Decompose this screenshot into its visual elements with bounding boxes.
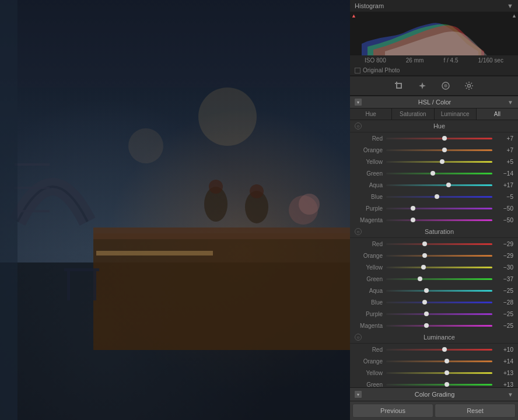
slider-track-wrap-hue-sliders-6[interactable] xyxy=(386,205,492,212)
slider-thumb-hue-sliders-4[interactable] xyxy=(446,183,451,187)
slider-label-luminance-sliders-2: Yellow xyxy=(355,370,383,376)
saturation-sliders: Red−29Orange−29Yellow−30Green−37Aqua−25B… xyxy=(350,238,518,331)
slider-track-wrap-luminance-sliders-1[interactable] xyxy=(386,358,492,365)
slider-track-wrap-hue-sliders-5[interactable] xyxy=(386,193,492,200)
slider-thumb-saturation-sliders-7[interactable] xyxy=(424,323,429,328)
slider-value-saturation-sliders-7: −25 xyxy=(496,323,513,329)
slider-track-wrap-saturation-sliders-2[interactable] xyxy=(386,264,492,271)
color-grading-icon[interactable]: ▼ xyxy=(355,391,362,398)
histogram-svg xyxy=(350,12,518,55)
tab-hue[interactable]: Hue xyxy=(350,108,392,120)
slider-value-luminance-sliders-3: +13 xyxy=(496,382,513,388)
slider-thumb-hue-sliders-3[interactable] xyxy=(430,171,435,176)
svg-rect-20 xyxy=(396,82,397,88)
hue-toggle[interactable]: ○ xyxy=(355,123,362,130)
iso-value: ISO 800 xyxy=(365,57,386,64)
slider-label-saturation-sliders-1: Orange xyxy=(355,253,383,259)
slider-label-saturation-sliders-5: Blue xyxy=(355,299,383,306)
tab-saturation[interactable]: Saturation xyxy=(392,108,434,120)
crop-tool-icon[interactable] xyxy=(393,80,405,92)
metadata-bar: ISO 800 26 mm f / 4.5 1/160 sec xyxy=(350,55,518,65)
slider-track-wrap-hue-sliders-4[interactable] xyxy=(386,181,492,188)
slider-thumb-luminance-sliders-3[interactable] xyxy=(444,382,449,387)
mask-tool-icon[interactable] xyxy=(440,80,452,92)
luminance-header: ○ Luminance xyxy=(350,331,518,344)
slider-thumb-hue-sliders-6[interactable] xyxy=(411,206,415,211)
slider-track-wrap-hue-sliders-7[interactable] xyxy=(386,216,492,223)
slider-row-hue-sliders-1: Orange+7 xyxy=(350,144,518,156)
slider-track-wrap-saturation-sliders-5[interactable] xyxy=(386,299,492,306)
slider-value-saturation-sliders-0: −29 xyxy=(496,241,513,247)
saturation-toggle[interactable]: ○ xyxy=(355,228,362,235)
slider-track-wrap-saturation-sliders-3[interactable] xyxy=(386,275,492,282)
slider-thumb-hue-sliders-2[interactable] xyxy=(440,159,444,164)
slider-track-wrap-saturation-sliders-6[interactable] xyxy=(386,310,492,317)
slider-track-wrap-hue-sliders-2[interactable] xyxy=(386,158,492,165)
slider-row-luminance-sliders-3: Green+13 xyxy=(350,379,518,387)
original-photo-row[interactable]: Original Photo xyxy=(350,65,518,75)
slider-thumb-saturation-sliders-1[interactable] xyxy=(422,253,427,258)
hsl-collapse-icon[interactable]: ▼ xyxy=(355,99,362,106)
tab-all[interactable]: All xyxy=(477,108,518,120)
luminance-subsection: ○ Luminance Red+10Orange+14Yellow+13Gree… xyxy=(350,331,518,387)
slider-thumb-hue-sliders-0[interactable] xyxy=(442,136,447,141)
slider-thumb-saturation-sliders-5[interactable] xyxy=(422,300,427,304)
saturation-title: Saturation xyxy=(365,228,513,235)
slider-track-wrap-saturation-sliders-7[interactable] xyxy=(386,322,492,329)
slider-value-hue-sliders-6: −50 xyxy=(496,205,513,212)
slider-thumb-saturation-sliders-6[interactable] xyxy=(424,312,429,316)
luminance-title: Luminance xyxy=(365,334,513,341)
slider-track-wrap-saturation-sliders-0[interactable] xyxy=(386,240,492,247)
slider-thumb-hue-sliders-7[interactable] xyxy=(411,218,415,222)
svg-rect-7 xyxy=(15,163,50,166)
slider-thumb-luminance-sliders-2[interactable] xyxy=(444,370,449,375)
slider-thumb-luminance-sliders-1[interactable] xyxy=(444,359,449,363)
histogram-menu-icon[interactable]: ▼ xyxy=(507,2,513,9)
color-grading-expand-icon[interactable]: ▼ xyxy=(508,391,513,398)
slider-value-hue-sliders-7: −50 xyxy=(496,217,513,223)
slider-track-wrap-luminance-sliders-2[interactable] xyxy=(386,369,492,376)
slider-thumb-hue-sliders-5[interactable] xyxy=(435,194,439,199)
luminance-toggle[interactable]: ○ xyxy=(355,334,362,341)
focal-value: 26 mm xyxy=(406,57,424,64)
original-photo-label: Original Photo xyxy=(363,67,400,74)
slider-thumb-saturation-sliders-0[interactable] xyxy=(422,242,427,246)
svg-rect-8 xyxy=(15,187,50,189)
slider-track-wrap-hue-sliders-1[interactable] xyxy=(386,146,492,153)
svg-rect-9 xyxy=(15,210,50,212)
histogram-title: Histogram xyxy=(355,2,384,9)
hsl-section: ▼ HSL / Color ▼ Hue Saturation Luminance… xyxy=(350,96,518,387)
slider-thumb-luminance-sliders-0[interactable] xyxy=(442,347,447,352)
slider-thumb-saturation-sliders-2[interactable] xyxy=(421,265,426,270)
slider-track-wrap-luminance-sliders-0[interactable] xyxy=(386,346,492,353)
slider-track-wrap-luminance-sliders-3[interactable] xyxy=(386,381,492,387)
slider-track-wrap-hue-sliders-3[interactable] xyxy=(386,170,492,177)
hsl-tabs: Hue Saturation Luminance All xyxy=(350,108,518,120)
slider-label-saturation-sliders-0: Red xyxy=(355,241,383,247)
slider-label-hue-sliders-1: Orange xyxy=(355,147,383,153)
tab-luminance[interactable]: Luminance xyxy=(435,108,477,120)
slider-row-saturation-sliders-4: Aqua−25 xyxy=(350,285,518,296)
healing-tool-icon[interactable] xyxy=(416,80,428,92)
slider-track-wrap-saturation-sliders-1[interactable] xyxy=(386,252,492,259)
svg-rect-3 xyxy=(93,228,350,239)
slider-thumb-saturation-sliders-3[interactable] xyxy=(418,276,422,281)
slider-thumb-saturation-sliders-4[interactable] xyxy=(424,288,429,293)
settings-tool-icon[interactable] xyxy=(463,80,475,92)
previous-button[interactable]: Previous xyxy=(352,404,433,418)
slider-track-wrap-hue-sliders-0[interactable] xyxy=(386,135,492,142)
svg-point-17 xyxy=(250,184,264,198)
svg-rect-1 xyxy=(0,0,350,88)
slider-thumb-hue-sliders-1[interactable] xyxy=(442,148,447,152)
aperture-value: f / 4.5 xyxy=(443,57,458,64)
right-panel: Histogram ▼ ▲ ▲ ISO 800 26 mm f / 4.5 xyxy=(350,0,518,420)
slider-track-wrap-saturation-sliders-4[interactable] xyxy=(386,287,492,294)
hsl-expand-icon[interactable]: ▼ xyxy=(508,99,513,106)
slider-value-saturation-sliders-1: −29 xyxy=(496,253,513,259)
photo-panel xyxy=(0,0,350,420)
reset-button[interactable]: Reset xyxy=(435,404,516,418)
svg-point-25 xyxy=(444,84,447,88)
photo-image xyxy=(0,0,350,420)
original-photo-checkbox[interactable] xyxy=(355,68,360,74)
color-grading-title: Color Grading xyxy=(415,391,454,398)
